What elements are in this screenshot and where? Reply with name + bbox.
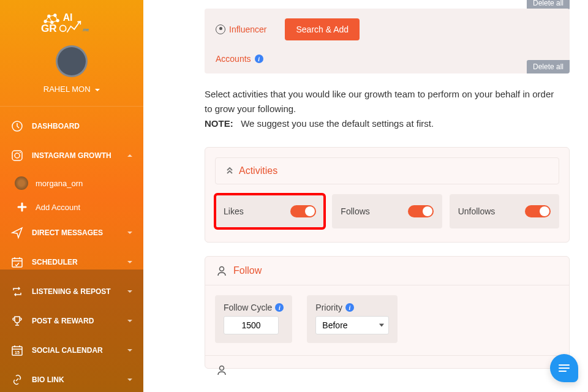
priority-select[interactable] (315, 316, 389, 334)
nav-post-reward[interactable]: POST & REWARD (0, 306, 143, 336)
accounts-text: Accounts (216, 54, 251, 64)
svg-text:15: 15 (15, 350, 20, 355)
nav-label: DASHBOARD (32, 122, 132, 130)
account-avatar (15, 176, 28, 190)
activity-follows: Follows (332, 194, 442, 228)
caret-down-icon (127, 320, 132, 322)
svg-text:AI: AI (63, 12, 73, 23)
likes-toggle[interactable] (290, 205, 316, 217)
follows-toggle[interactable] (408, 205, 434, 217)
calendar-icon (11, 256, 23, 268)
repost-icon (11, 285, 23, 298)
influencer-label: Influencer (216, 24, 266, 34)
accounts-label: Accounts i (216, 54, 559, 64)
nav-dashboard[interactable]: DASHBOARD (0, 111, 143, 141)
main-content: Delete all Influencer Search & Add Accou… (143, 0, 588, 392)
nav-label: DIRECT MESSAGES (32, 228, 127, 237)
add-account-label: Add Account (36, 203, 80, 212)
influencer-text: Influencer (229, 24, 266, 34)
svg-line-7 (49, 16, 52, 22)
instagram-icon (11, 149, 23, 162)
person-icon (216, 364, 227, 375)
follow-section: Follow Follow Cycle i Priority i (205, 256, 570, 369)
nav-label: SCHEDULER (32, 258, 127, 266)
account-name: morgana_orn (36, 179, 83, 188)
activity-label: Follows (341, 206, 369, 216)
unfollows-toggle[interactable] (525, 205, 551, 217)
follow-header: Follow (205, 257, 569, 285)
nav-label: POST & REWARD (32, 317, 127, 325)
activities-header: Activities (215, 157, 559, 184)
svg-point-18 (20, 152, 21, 153)
activity-likes: Likes (215, 194, 325, 228)
info-icon[interactable]: i (255, 55, 263, 63)
trophy-icon (11, 315, 23, 327)
nav-label: SOCIAL CALENDAR (32, 346, 127, 355)
activity-label: Unfollows (458, 206, 496, 216)
delete-all-button[interactable]: Delete all (527, 60, 570, 74)
description-line: Select activities that you would like ou… (205, 87, 557, 116)
nav-direct-messages[interactable]: DIRECT MESSAGES (0, 218, 143, 247)
caret-down-icon (127, 290, 132, 293)
svg-text:GR: GR (41, 22, 57, 34)
info-icon[interactable]: i (275, 303, 284, 312)
username-dropdown[interactable]: RAHEL MON (0, 77, 143, 101)
sidebar-account-item[interactable]: morgana_orn (0, 170, 143, 196)
sidebar: AI GR .me RAHEL MON DASHBOARD INSTAGRAM … (0, 0, 143, 392)
nav-listening-repost[interactable]: LISTENING & REPOST (0, 277, 143, 306)
priority-label: Priority (315, 303, 342, 312)
follow-cycle-label: Follow Cycle (224, 303, 272, 312)
person-icon (216, 24, 225, 34)
nav-instagram-growth[interactable]: INSTAGRAM GROWTH (0, 141, 143, 170)
svg-point-17 (15, 153, 20, 158)
activities-title: Activities (239, 165, 277, 176)
brand-logo: AI GR .me (0, 0, 143, 45)
link-icon (11, 374, 23, 386)
chat-icon (559, 363, 570, 374)
caret-up-icon (127, 154, 132, 157)
calendar-date-icon: 15 (11, 344, 23, 356)
nav-label: BIO LINK (32, 375, 127, 384)
divider (0, 106, 143, 107)
activity-label: Likes (224, 206, 244, 216)
nav-label: INSTAGRAM GROWTH (32, 151, 127, 160)
search-add-button[interactable]: Search & Add (285, 18, 360, 40)
username-label: RAHEL MON (43, 85, 91, 94)
svg-point-22 (220, 267, 224, 271)
caret-down-icon (127, 349, 132, 352)
nav-bio-link[interactable]: BIO LINK (0, 365, 143, 392)
follow-title: Follow (233, 265, 262, 276)
nav-label: LISTENING & REPOST (32, 287, 127, 296)
follow-cycle-input[interactable] (224, 316, 279, 334)
info-icon[interactable]: i (345, 303, 354, 312)
note-label: NOTE: (205, 118, 233, 129)
chevrons-up-icon (225, 166, 234, 176)
svg-line-6 (45, 16, 49, 21)
caret-down-icon (127, 232, 132, 234)
activity-unfollows: Unfollows (450, 194, 559, 228)
avatar-placeholder (56, 45, 88, 77)
note-text: We suggest you use the default settings … (241, 118, 434, 129)
caret-down-icon (95, 89, 100, 91)
clock-icon (11, 120, 23, 132)
influencer-card: Influencer Search & Add Accounts i Delet… (205, 9, 570, 74)
activities-section: Activities Likes Follows Unfollows (205, 147, 570, 243)
description-text: Select activities that you would like ou… (205, 87, 570, 131)
caret-down-icon (127, 379, 132, 381)
svg-text:.me: .me (81, 28, 89, 32)
priority-control: Priority i (307, 295, 398, 343)
svg-point-23 (220, 366, 224, 371)
unfollow-header (205, 355, 569, 378)
nav-social-calendar[interactable]: 15 SOCIAL CALENDAR (0, 336, 143, 365)
caret-down-icon (127, 261, 132, 263)
follow-cycle-control: Follow Cycle i (215, 295, 292, 343)
add-account-button[interactable]: Add Account (0, 196, 143, 218)
svg-point-13 (60, 25, 66, 31)
nav-scheduler[interactable]: SCHEDULER (0, 247, 143, 277)
chat-widget[interactable] (550, 354, 578, 382)
plus-icon (17, 202, 27, 212)
person-icon (216, 265, 227, 276)
send-icon (11, 227, 23, 239)
